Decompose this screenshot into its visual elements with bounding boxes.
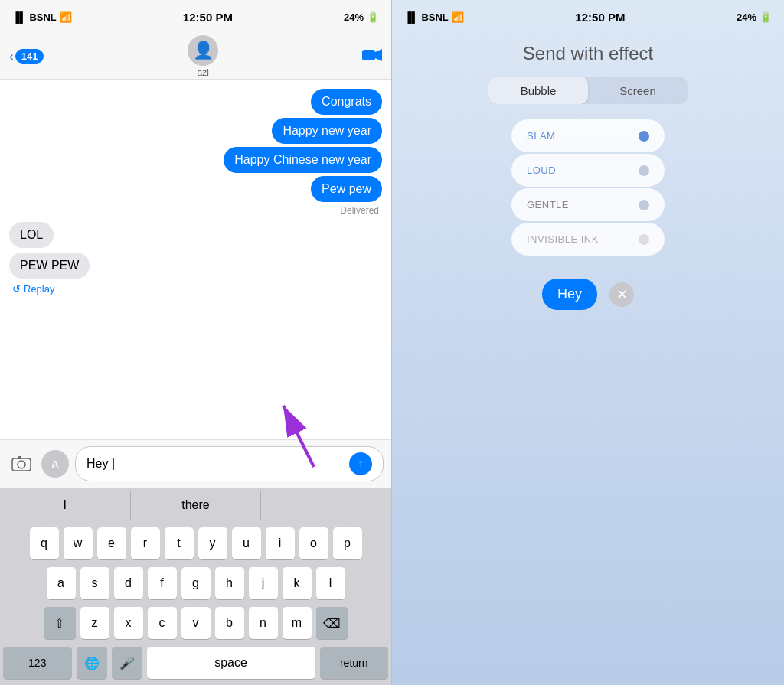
key-t[interactable]: t	[165, 527, 194, 559]
carrier-left: BSNL	[29, 11, 56, 23]
key-m[interactable]: m	[283, 607, 312, 639]
right-panel: ▐▌ BSNL 📶 12:50 PM 24% 🔋 Send with effec…	[392, 0, 784, 685]
camera-icon	[11, 455, 31, 472]
effects-container-4: INVISIBLE INK	[392, 223, 784, 256]
autocomplete-i[interactable]: I	[0, 491, 131, 520]
close-preview-button[interactable]: ✕	[609, 282, 634, 307]
message-lol: LOL	[9, 222, 382, 248]
wifi-icon-right: 📶	[452, 11, 464, 23]
effect-name-invisible-ink: INVISIBLE INK	[527, 233, 599, 245]
preview-bubble: Hey	[542, 279, 597, 310]
key-j[interactable]: j	[249, 567, 278, 599]
tab-screen[interactable]: Screen	[588, 77, 688, 104]
battery-right: 24%	[737, 11, 756, 23]
key-v[interactable]: v	[181, 607, 211, 639]
video-call-button[interactable]	[362, 47, 382, 67]
message-chinese-new-year: Happy Chinese new year	[9, 147, 382, 173]
key-w[interactable]: w	[64, 527, 93, 559]
key-n[interactable]: n	[249, 607, 278, 639]
key-x[interactable]: x	[114, 607, 143, 639]
effect-dot-invisible-ink	[639, 234, 649, 245]
back-chevron: ‹	[9, 49, 14, 64]
key-return[interactable]: return	[320, 647, 389, 679]
replay-label: Replay	[24, 283, 54, 295]
key-p[interactable]: p	[333, 527, 362, 559]
back-button[interactable]: ‹ 141	[9, 49, 44, 64]
contact-name: azi	[198, 67, 209, 78]
key-c[interactable]: c	[148, 607, 177, 639]
effect-item-gentle[interactable]: GENTLE	[511, 188, 665, 221]
effect-name-gentle: GENTLE	[527, 199, 569, 210]
bubble-right: Happy Chinese new year	[224, 147, 382, 173]
bubble-right: Congrats	[311, 89, 382, 115]
key-o[interactable]: o	[299, 527, 328, 559]
effects-container: SLAM	[392, 119, 784, 152]
status-bar-left: ▐▌ BSNL 📶 12:50 PM 24% 🔋	[0, 0, 391, 34]
autocomplete-there[interactable]: there	[131, 491, 262, 520]
key-q[interactable]: q	[30, 527, 59, 559]
key-f[interactable]: f	[148, 567, 177, 599]
status-bar-right: ▐▌ BSNL 📶 12:50 PM 24% 🔋	[392, 0, 784, 34]
replay-icon: ↺	[12, 283, 21, 295]
message-input[interactable]: Hey |	[87, 457, 349, 471]
wifi-icon: 📶	[60, 11, 72, 23]
key-space[interactable]: space	[147, 647, 315, 679]
effect-dot-slam	[639, 131, 649, 142]
key-123[interactable]: 123	[3, 647, 72, 679]
effects-container-3: GENTLE	[392, 188, 784, 221]
message-pew-pew: Pew pew	[9, 176, 382, 202]
key-z[interactable]: z	[80, 607, 109, 639]
message-input-wrap[interactable]: Hey | ↑	[75, 446, 384, 481]
key-globe[interactable]: 🌐	[77, 647, 107, 679]
key-k[interactable]: k	[283, 567, 312, 599]
key-h[interactable]: h	[215, 567, 244, 599]
svg-rect-0	[362, 50, 375, 60]
effect-item-invisible-ink[interactable]: INVISIBLE INK	[511, 223, 665, 256]
key-mic[interactable]: 🎤	[112, 647, 142, 679]
key-g[interactable]: g	[181, 567, 211, 599]
back-badge[interactable]: 141	[15, 49, 44, 64]
key-u[interactable]: u	[232, 527, 261, 559]
key-delete[interactable]: ⌫	[316, 607, 348, 639]
effect-title: Send with effect	[392, 34, 784, 77]
key-b[interactable]: b	[215, 607, 244, 639]
effects-container-2: LOUD	[392, 154, 784, 187]
key-a[interactable]: a	[47, 567, 76, 599]
key-s[interactable]: s	[80, 567, 109, 599]
key-e[interactable]: e	[97, 527, 126, 559]
effect-name-loud: LOUD	[527, 165, 556, 176]
effect-item-loud[interactable]: LOUD	[511, 154, 665, 187]
effect-item-slam[interactable]: SLAM	[511, 119, 665, 152]
message-congrats: Congrats	[9, 89, 382, 115]
replay-link[interactable]: ↺ Replay	[12, 283, 382, 295]
effect-name-slam: SLAM	[527, 130, 555, 142]
key-d[interactable]: d	[114, 567, 143, 599]
svg-marker-1	[375, 49, 382, 61]
key-i[interactable]: i	[266, 527, 295, 559]
status-left: ▐▌ BSNL 📶	[12, 11, 72, 23]
autocomplete-empty[interactable]	[261, 497, 391, 513]
delivered-status: Delivered	[9, 205, 382, 216]
carrier-right: BSNL	[421, 11, 448, 23]
send-button[interactable]: ↑	[349, 452, 372, 475]
app-store-icon: A	[51, 458, 58, 470]
bubble-left: PEW PEW	[9, 253, 90, 279]
key-row-3: ⇧ z x c v b n m ⌫	[3, 607, 388, 639]
effect-dot-gentle	[639, 200, 649, 210]
key-y[interactable]: y	[198, 527, 227, 559]
key-r[interactable]: r	[131, 527, 160, 559]
app-store-button[interactable]: A	[41, 450, 69, 478]
video-icon	[362, 48, 382, 62]
time-right: 12:50 PM	[575, 11, 625, 24]
avatar[interactable]: 👤	[188, 35, 218, 66]
battery-right-wrap: 24% 🔋	[737, 11, 772, 23]
key-l[interactable]: l	[316, 567, 345, 599]
status-right-left: ▐▌ BSNL 📶	[404, 11, 464, 23]
tab-bubble[interactable]: Bubble	[488, 77, 588, 104]
camera-button[interactable]	[8, 450, 35, 478]
input-area: A Hey | ↑	[0, 439, 391, 488]
key-shift[interactable]: ⇧	[44, 607, 76, 639]
effect-toggle: Bubble Screen	[488, 77, 688, 104]
messages-area: Congrats Happy new year Happy Chinese ne…	[0, 80, 391, 439]
bubble-right: Pew pew	[311, 176, 382, 202]
